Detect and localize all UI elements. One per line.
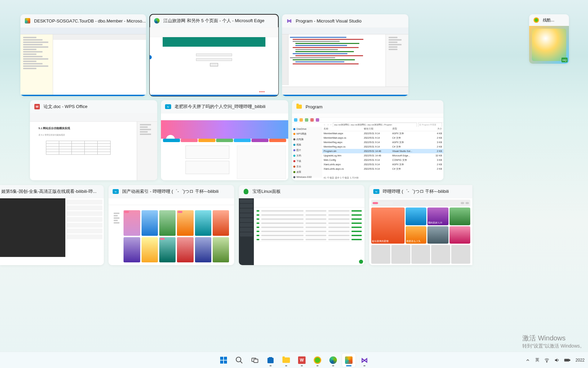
window-bilibili-anime-index[interactable]: tv 国产动画索引 - 哔哩哔哩 (゜-゜)つロ 干杯~-bilibili (109, 185, 234, 265)
window-title: 残酷... (543, 17, 554, 23)
task-view: DESKTOP-SOSGA7C.TourDB - dbo.Member - Mi… (0, 0, 588, 368)
taskbar-app-edge[interactable] (326, 353, 340, 367)
window-explorer[interactable]: Program ←→↑ asp.net旅游网 (292, 100, 443, 180)
taskbar-app-visual-studio[interactable]: ⋈ (358, 353, 371, 367)
window-bilibili-space[interactable]: tv 老肥班今天胖了吗的个人空间_哔哩哔哩_bilibili (161, 100, 288, 180)
window-thumbnail: 捡垃圾来的爱情 我剑意好人!!! 就是这么上头 (369, 198, 472, 265)
svg-rect-8 (267, 358, 274, 363)
window-title: 老肥班今天胖了吗的个人空间_哔哩哔哩_bilibili (175, 104, 265, 110)
taskbar-app-wps[interactable]: W (295, 353, 309, 367)
table-row[interactable]: MemberMain.aspx.cs2022/5/31 9:14C# 文件2 K… (322, 136, 443, 140)
tray-overflow-icon[interactable] (524, 353, 532, 367)
taskbar-app-ssms[interactable] (342, 353, 356, 367)
window-thumbnail: HQ (529, 26, 569, 64)
window-wps[interactable]: W 论文.doc - WPS Office 5.1 网站后台功能模块实现 表 5… (30, 100, 157, 180)
window-bilibili-video[interactable]: 姬第5集-国创-全集-高清正版在线观看-bilibili-哔... (0, 185, 104, 265)
close-icon[interactable] (280, 104, 284, 109)
nav-item[interactable]: 文档 (292, 153, 322, 158)
close-icon[interactable] (149, 104, 153, 109)
window-thumbnail (109, 198, 234, 265)
ime-indicator[interactable]: 英 (534, 353, 541, 367)
volume-icon[interactable] (553, 353, 561, 367)
table-row[interactable]: MemberReg.aspx.cs2022/5/31 9:14C# 文件2 KB (322, 144, 443, 149)
wifi-icon[interactable] (543, 353, 551, 367)
table-row[interactable]: UpgradeLog.htm2022/5/31 14:48Microsoft E… (322, 153, 443, 158)
svg-rect-0 (220, 357, 223, 360)
start-button[interactable] (217, 353, 230, 367)
window-thumbnail: ●●●● (150, 27, 278, 96)
battery-icon[interactable] (563, 353, 571, 367)
close-icon[interactable] (226, 189, 230, 194)
nav-item[interactable]: 视频 (292, 142, 322, 148)
taskbar-center: W ⋈ (217, 353, 371, 367)
svg-marker-11 (555, 358, 557, 362)
svg-rect-3 (224, 361, 227, 364)
taskbar-app-music[interactable] (311, 353, 324, 367)
table-row[interactable]: Web.Config2022/5/31 9:14CONFIG 文件3 KB (322, 158, 443, 162)
window-title: Program - Microsoft Visual Studio (296, 18, 361, 24)
table-row[interactable]: MemberReg.aspx2022/5/31 9:14ASPX 文件3 KB (322, 140, 443, 144)
window-title: 论文.doc - WPS Office (44, 104, 87, 110)
taskbar: W ⋈ 英 (0, 352, 588, 368)
document-heading: 5.1 网站后台功能模块实现 (38, 126, 131, 130)
system-tray: 英 2022 (524, 353, 587, 367)
table-row[interactable]: XianLuInfo.aspx.cs2022/5/31 9:14C# 文件2 K… (322, 167, 443, 171)
ssms-icon (24, 18, 31, 24)
window-sql[interactable]: DESKTOP-SOSGA7C.TourDB - dbo.Member - Mi… (20, 14, 146, 96)
bilibili-icon: tv (113, 188, 119, 195)
svg-line-5 (240, 361, 242, 363)
window-visual-studio[interactable]: ⋈ Program - Microsoft Visual Studio (282, 14, 408, 96)
window-baota[interactable]: 宝塔Linux面板 (239, 185, 364, 265)
table-row[interactable]: Program.sln2022/5/31 14:48Visual Studio … (322, 149, 443, 153)
clock[interactable]: 2022 (573, 353, 587, 367)
search-button[interactable] (232, 353, 246, 367)
window-title: 国产动画索引 - 哔哩哔哩 (゜-゜)つロ 干杯~-bilibili (122, 188, 218, 195)
nav-item[interactable]: OneDrive (292, 127, 322, 131)
window-title: 姬第5集-国创-全集-高清正版在线观看-bilibili-哔... (1, 188, 97, 195)
window-title: DESKTOP-SOSGA7C.TourDB - dbo.Member - Mi… (34, 18, 146, 24)
close-icon[interactable] (400, 18, 405, 23)
window-thumbnail: ←→↑ asp.net旅游网站 › asp.net旅游网站 › asp.net旅… (292, 113, 443, 180)
svg-point-4 (236, 357, 241, 362)
close-icon[interactable] (270, 18, 275, 23)
window-thumbnail (282, 27, 408, 96)
close-icon[interactable] (356, 189, 361, 194)
edge-icon (154, 18, 160, 24)
bilibili-icon: tv (373, 188, 379, 195)
nav-item[interactable]: 桌面 (292, 169, 322, 175)
nav-item[interactable]: Windows-SSD (292, 175, 322, 179)
table-row[interactable]: MemberMain.aspx2022/5/31 9:14ASPX 文件4 KB (322, 131, 443, 136)
nav-item[interactable]: 下载 (292, 158, 322, 164)
taskbar-app-explorer[interactable] (279, 353, 293, 367)
svg-rect-13 (570, 359, 570, 361)
window-thumbnail (239, 198, 364, 265)
nav-item[interactable]: WPS网盘 (292, 131, 322, 137)
wps-icon: W (34, 104, 40, 110)
search-input[interactable]: 在 Program 中搜索 (418, 123, 442, 127)
taskbar-app-store[interactable] (264, 353, 277, 367)
table-row[interactable]: XianLuInfo.aspx2022/5/31 9:14ASPX 文件2 KB (322, 162, 443, 167)
status-bar: 41 个项目 选中 1 个项目 1.73 KB (322, 176, 360, 180)
task-view-button[interactable] (248, 353, 262, 367)
visual-studio-icon: ⋈ (286, 18, 292, 24)
close-icon[interactable] (435, 104, 440, 109)
window-zanku[interactable]: 残酷... HQ (529, 14, 569, 64)
nav-item[interactable]: 图片 (292, 148, 322, 153)
nav-item[interactable]: Data (D:) (292, 179, 322, 180)
bilibili-icon: tv (165, 104, 171, 110)
window-edge[interactable]: 江山旅游网 和另外 5 个页面 - 个人 - Microsoft Edge ●●… (150, 14, 278, 96)
app-icon (533, 17, 539, 23)
svg-point-10 (546, 362, 547, 362)
window-title: 宝塔Linux面板 (252, 188, 281, 195)
nav-item[interactable]: 音乐 (292, 164, 322, 169)
svg-rect-9 (269, 357, 272, 358)
nav-item[interactable]: 此电脑 (292, 137, 322, 142)
svg-rect-7 (254, 359, 258, 363)
close-icon[interactable] (137, 18, 142, 23)
breadcrumb[interactable]: asp.net旅游网站 › asp.net旅游网站 › asp.net旅游网站 … (333, 123, 417, 127)
svg-rect-14 (565, 359, 569, 361)
window-bilibili-home[interactable]: tv 哔哩哔哩 (゜-゜)つロ 干杯~-bilibili 捡垃圾来的爱情 (369, 185, 472, 265)
close-icon[interactable] (95, 189, 100, 194)
svg-rect-1 (224, 357, 227, 360)
window-title: Program (306, 104, 323, 109)
